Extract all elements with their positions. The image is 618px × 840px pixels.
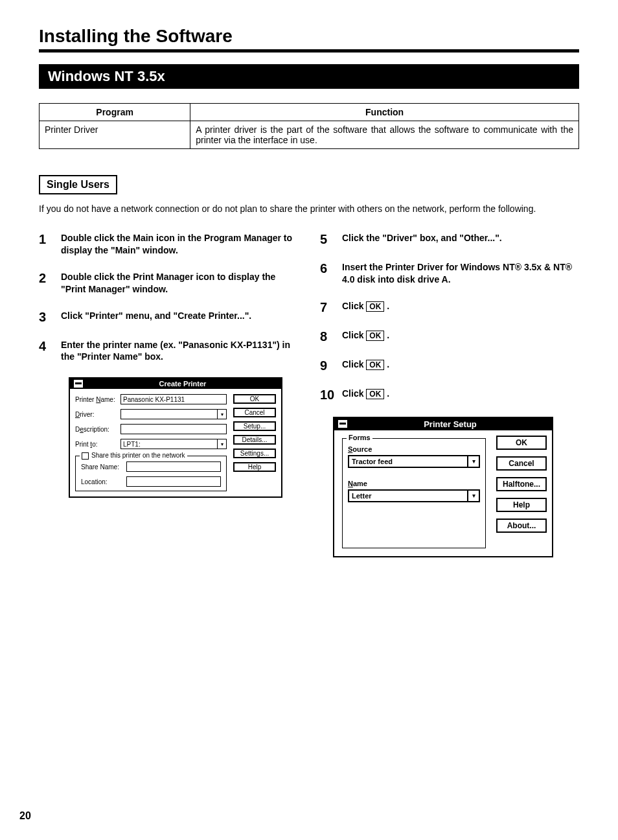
step-num: 1 xyxy=(39,232,61,257)
step-4: 4 Enter the printer name (ex. "Panasonic… xyxy=(39,339,298,364)
dialog-titlebar: Printer Setup xyxy=(334,418,552,430)
share-checkbox[interactable] xyxy=(82,452,89,460)
step-10: 10 Click OK . xyxy=(320,388,579,402)
step-text: Click OK . xyxy=(342,388,579,402)
forms-legend: Forms xyxy=(347,434,372,441)
system-menu-icon[interactable] xyxy=(74,380,83,388)
halftone-button[interactable]: Halftone... xyxy=(496,477,547,491)
source-combo[interactable]: Tractor feed ▾ xyxy=(348,455,480,468)
td-function: A printer driver is the part of the soft… xyxy=(190,121,579,149)
step-1: 1 Double click the Main icon in the Prog… xyxy=(39,232,298,257)
title-rule xyxy=(39,49,579,52)
step-num: 7 xyxy=(320,300,342,315)
step-2: 2 Double click the Print Manager icon to… xyxy=(39,271,298,296)
step-3: 3 Click "Printer" menu, and "Create Prin… xyxy=(39,310,298,325)
share-group: Share this printer on the network Share … xyxy=(75,456,227,491)
th-program: Program xyxy=(40,104,190,121)
share-name-input[interactable] xyxy=(126,461,221,472)
share-name-label: Share Name: xyxy=(81,463,126,471)
share-legend: Share this printer on the network xyxy=(80,452,187,460)
driver-label: Driver: xyxy=(75,411,120,418)
step-num: 8 xyxy=(320,329,342,344)
page-number: 20 xyxy=(19,810,31,822)
step-text: Double click the Main icon in the Progra… xyxy=(61,232,298,257)
step-text: Click OK . xyxy=(342,329,579,344)
help-button[interactable]: Help xyxy=(233,462,276,472)
description-label: Description: xyxy=(75,426,120,433)
driver-value xyxy=(121,410,217,419)
location-label: Location: xyxy=(81,478,126,485)
description-input[interactable] xyxy=(120,424,227,434)
th-function: Function xyxy=(190,104,579,121)
driver-combo[interactable]: ▾ xyxy=(120,409,227,419)
step-text: Double click the Print Manager icon to d… xyxy=(61,271,298,296)
step-num: 9 xyxy=(320,358,342,373)
print-to-combo[interactable]: LPT1: ▾ xyxy=(120,439,227,449)
help-button[interactable]: Help xyxy=(496,498,547,512)
step-5: 5 Click the "Driver" box, and "Other..."… xyxy=(320,232,579,247)
step-num: 3 xyxy=(39,310,61,325)
td-program: Printer Driver xyxy=(40,121,190,149)
dropdown-icon[interactable]: ▾ xyxy=(217,439,226,449)
step-text: Click OK . xyxy=(342,300,579,315)
printer-name-label: Printer Name: xyxy=(75,396,120,403)
ok-box: OK xyxy=(366,301,384,312)
name-label: Name xyxy=(348,480,480,487)
setup-button[interactable]: Setup... xyxy=(233,421,276,431)
right-column: 5 Click the "Driver" box, and "Other..."… xyxy=(320,232,579,557)
printer-name-input[interactable]: Panasonic KX-P1131 xyxy=(120,394,227,404)
settings-button[interactable]: Settings... xyxy=(233,449,276,458)
step-num: 6 xyxy=(320,261,342,286)
dialog-titlebar: Create Printer xyxy=(70,379,281,389)
sub-heading: Single Users xyxy=(39,175,117,194)
section-banner: Windows NT 3.5x xyxy=(39,64,579,89)
ok-button[interactable]: OK xyxy=(233,394,276,404)
ok-box: OK xyxy=(366,331,384,341)
print-to-label: Print to: xyxy=(75,441,120,448)
cancel-button[interactable]: Cancel xyxy=(496,456,547,471)
step-text: Insert the Printer Driver for Windows NT… xyxy=(342,261,579,286)
source-label: Source xyxy=(348,445,480,453)
page-title: Installing the Software xyxy=(39,26,579,47)
details-button[interactable]: Details... xyxy=(233,435,276,445)
print-to-value: LPT1: xyxy=(121,439,217,449)
step-8: 8 Click OK . xyxy=(320,329,579,344)
location-input[interactable] xyxy=(126,476,221,487)
step-9: 9 Click OK . xyxy=(320,358,579,373)
ok-box: OK xyxy=(366,360,384,370)
dialog-title-text: Printer Setup xyxy=(352,419,548,429)
step-7: 7 Click OK . xyxy=(320,300,579,315)
step-text: Click OK . xyxy=(342,358,579,373)
printer-setup-dialog: Printer Setup Forms Source Tractor feed … xyxy=(333,417,553,557)
dialog-title-text: Create Printer xyxy=(88,380,277,388)
intro-text: If you do not have a network connection … xyxy=(39,204,579,214)
create-printer-dialog: Create Printer Printer Name: Panasonic K… xyxy=(69,377,282,498)
table-row: Printer Driver A printer driver is the p… xyxy=(40,121,579,149)
cancel-button[interactable]: Cancel xyxy=(233,408,276,417)
step-6: 6 Insert the Printer Driver for Windows … xyxy=(320,261,579,286)
name-combo[interactable]: Letter ▾ xyxy=(348,489,480,502)
step-num: 10 xyxy=(320,388,342,402)
program-function-table: Program Function Printer Driver A printe… xyxy=(39,103,579,149)
forms-group: Forms Source Tractor feed ▾ Name Letter … xyxy=(342,438,486,548)
name-value: Letter xyxy=(349,491,467,501)
source-value: Tractor feed xyxy=(349,456,467,467)
step-num: 4 xyxy=(39,339,61,364)
dropdown-icon[interactable]: ▾ xyxy=(217,410,226,419)
step-num: 5 xyxy=(320,232,342,247)
left-column: 1 Double click the Main icon in the Prog… xyxy=(39,232,298,557)
system-menu-icon[interactable] xyxy=(338,420,347,428)
ok-button[interactable]: OK xyxy=(496,436,547,450)
about-button[interactable]: About... xyxy=(496,519,547,533)
ok-box: OK xyxy=(366,389,384,399)
dropdown-icon[interactable]: ▾ xyxy=(467,491,479,501)
step-text: Enter the printer name (ex. "Panasonic K… xyxy=(61,339,298,364)
step-text: Click "Printer" menu, and "Create Printe… xyxy=(61,310,298,325)
step-num: 2 xyxy=(39,271,61,296)
step-text: Click the "Driver" box, and "Other...". xyxy=(342,232,579,247)
dropdown-icon[interactable]: ▾ xyxy=(467,456,479,467)
